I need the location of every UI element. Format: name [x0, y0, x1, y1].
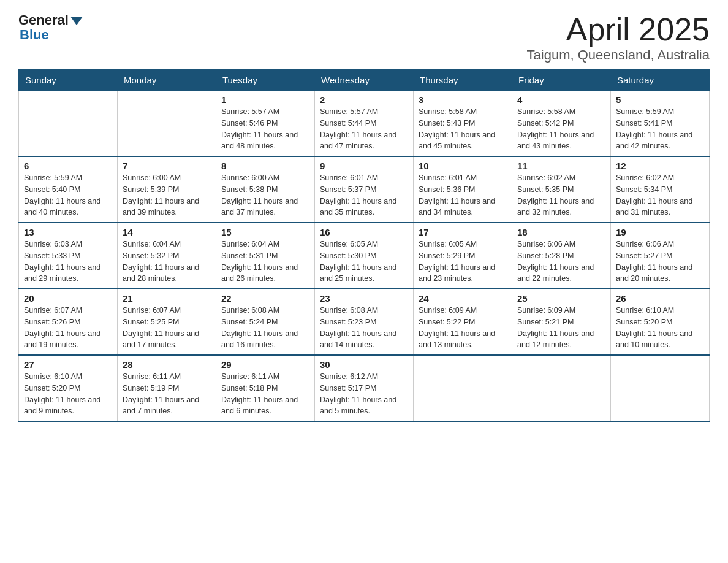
page-subtitle: Taigum, Queensland, Australia [527, 47, 710, 63]
calendar-week-row: 20Sunrise: 6:07 AMSunset: 5:26 PMDayligh… [19, 289, 710, 355]
day-info: Sunrise: 6:09 AMSunset: 5:21 PMDaylight:… [517, 305, 605, 351]
page-title: April 2025 [527, 12, 710, 47]
table-row: 21Sunrise: 6:07 AMSunset: 5:25 PMDayligh… [118, 289, 216, 355]
day-number: 11 [517, 161, 605, 171]
day-number: 10 [419, 161, 507, 171]
day-number: 15 [221, 227, 309, 237]
day-info: Sunrise: 6:03 AMSunset: 5:33 PMDaylight:… [24, 239, 112, 285]
col-friday: Friday [512, 70, 611, 91]
day-number: 30 [320, 359, 408, 370]
day-info: Sunrise: 6:01 AMSunset: 5:37 PMDaylight:… [320, 172, 408, 218]
day-info: Sunrise: 6:02 AMSunset: 5:34 PMDaylight:… [616, 172, 704, 218]
col-saturday: Saturday [611, 70, 710, 91]
day-info: Sunrise: 6:08 AMSunset: 5:24 PMDaylight:… [221, 305, 309, 351]
day-number: 14 [123, 227, 211, 237]
table-row: 25Sunrise: 6:09 AMSunset: 5:21 PMDayligh… [512, 289, 611, 355]
day-info: Sunrise: 6:07 AMSunset: 5:26 PMDaylight:… [24, 305, 112, 351]
day-number: 21 [123, 293, 211, 304]
day-info: Sunrise: 5:57 AMSunset: 5:46 PMDaylight:… [221, 106, 309, 152]
table-row: 13Sunrise: 6:03 AMSunset: 5:33 PMDayligh… [19, 223, 118, 289]
table-row: 22Sunrise: 6:08 AMSunset: 5:24 PMDayligh… [216, 289, 315, 355]
logo: General Blue [18, 12, 83, 43]
day-info: Sunrise: 5:58 AMSunset: 5:42 PMDaylight:… [517, 106, 605, 152]
day-info: Sunrise: 6:10 AMSunset: 5:20 PMDaylight:… [24, 371, 112, 417]
table-row: 30Sunrise: 6:12 AMSunset: 5:17 PMDayligh… [315, 355, 414, 421]
calendar-week-row: 1Sunrise: 5:57 AMSunset: 5:46 PMDaylight… [19, 91, 710, 157]
table-row: 28Sunrise: 6:11 AMSunset: 5:19 PMDayligh… [118, 355, 216, 421]
day-info: Sunrise: 5:57 AMSunset: 5:44 PMDaylight:… [320, 106, 408, 152]
table-row: 27Sunrise: 6:10 AMSunset: 5:20 PMDayligh… [19, 355, 118, 421]
calendar-header-row: Sunday Monday Tuesday Wednesday Thursday… [19, 70, 710, 91]
col-thursday: Thursday [414, 70, 512, 91]
day-number: 28 [123, 359, 211, 370]
table-row: 16Sunrise: 6:05 AMSunset: 5:30 PMDayligh… [315, 223, 414, 289]
day-number: 9 [320, 161, 408, 171]
day-number: 5 [616, 94, 704, 105]
day-number: 27 [24, 359, 112, 370]
day-info: Sunrise: 6:02 AMSunset: 5:35 PMDaylight:… [517, 172, 605, 218]
day-number: 29 [221, 359, 309, 370]
table-row: 2Sunrise: 5:57 AMSunset: 5:44 PMDaylight… [315, 91, 414, 157]
col-tuesday: Tuesday [216, 70, 315, 91]
day-info: Sunrise: 6:12 AMSunset: 5:17 PMDaylight:… [320, 371, 408, 417]
title-block: April 2025 Taigum, Queensland, Australia [527, 12, 710, 63]
day-number: 4 [517, 94, 605, 105]
day-number: 6 [24, 161, 112, 171]
table-row: 3Sunrise: 5:58 AMSunset: 5:43 PMDaylight… [414, 91, 512, 157]
day-info: Sunrise: 6:11 AMSunset: 5:19 PMDaylight:… [123, 371, 211, 417]
day-number: 26 [616, 293, 704, 304]
table-row [118, 91, 216, 157]
day-info: Sunrise: 5:59 AMSunset: 5:41 PMDaylight:… [616, 106, 704, 152]
day-info: Sunrise: 6:04 AMSunset: 5:31 PMDaylight:… [221, 239, 309, 285]
day-number: 19 [616, 227, 704, 237]
table-row: 10Sunrise: 6:01 AMSunset: 5:36 PMDayligh… [414, 156, 512, 223]
day-info: Sunrise: 6:11 AMSunset: 5:18 PMDaylight:… [221, 371, 309, 417]
day-number: 23 [320, 293, 408, 304]
table-row: 24Sunrise: 6:09 AMSunset: 5:22 PMDayligh… [414, 289, 512, 355]
day-info: Sunrise: 6:01 AMSunset: 5:36 PMDaylight:… [419, 172, 507, 218]
table-row: 18Sunrise: 6:06 AMSunset: 5:28 PMDayligh… [512, 223, 611, 289]
table-row: 9Sunrise: 6:01 AMSunset: 5:37 PMDaylight… [315, 156, 414, 223]
day-number: 17 [419, 227, 507, 237]
table-row [611, 355, 710, 421]
table-row: 4Sunrise: 5:58 AMSunset: 5:42 PMDaylight… [512, 91, 611, 157]
table-row: 7Sunrise: 6:00 AMSunset: 5:39 PMDaylight… [118, 156, 216, 223]
calendar-table: Sunday Monday Tuesday Wednesday Thursday… [18, 69, 710, 422]
calendar-week-row: 13Sunrise: 6:03 AMSunset: 5:33 PMDayligh… [19, 223, 710, 289]
col-monday: Monday [118, 70, 216, 91]
day-number: 12 [616, 161, 704, 171]
day-info: Sunrise: 6:10 AMSunset: 5:20 PMDaylight:… [616, 305, 704, 351]
day-number: 16 [320, 227, 408, 237]
table-row: 11Sunrise: 6:02 AMSunset: 5:35 PMDayligh… [512, 156, 611, 223]
day-info: Sunrise: 6:00 AMSunset: 5:38 PMDaylight:… [221, 172, 309, 218]
table-row [414, 355, 512, 421]
day-info: Sunrise: 5:58 AMSunset: 5:43 PMDaylight:… [419, 106, 507, 152]
table-row: 17Sunrise: 6:05 AMSunset: 5:29 PMDayligh… [414, 223, 512, 289]
logo-arrow-icon [70, 17, 83, 25]
logo-blue-text: Blue [20, 27, 49, 43]
day-number: 1 [221, 94, 309, 105]
day-info: Sunrise: 5:59 AMSunset: 5:40 PMDaylight:… [24, 172, 112, 218]
day-number: 18 [517, 227, 605, 237]
table-row: 8Sunrise: 6:00 AMSunset: 5:38 PMDaylight… [216, 156, 315, 223]
table-row: 12Sunrise: 6:02 AMSunset: 5:34 PMDayligh… [611, 156, 710, 223]
day-number: 24 [419, 293, 507, 304]
col-wednesday: Wednesday [315, 70, 414, 91]
logo-general-text: General [18, 12, 69, 28]
table-row: 1Sunrise: 5:57 AMSunset: 5:46 PMDaylight… [216, 91, 315, 157]
calendar-week-row: 27Sunrise: 6:10 AMSunset: 5:20 PMDayligh… [19, 355, 710, 421]
table-row: 29Sunrise: 6:11 AMSunset: 5:18 PMDayligh… [216, 355, 315, 421]
calendar-week-row: 6Sunrise: 5:59 AMSunset: 5:40 PMDaylight… [19, 156, 710, 223]
table-row: 14Sunrise: 6:04 AMSunset: 5:32 PMDayligh… [118, 223, 216, 289]
day-number: 2 [320, 94, 408, 105]
day-number: 8 [221, 161, 309, 171]
day-info: Sunrise: 6:07 AMSunset: 5:25 PMDaylight:… [123, 305, 211, 351]
table-row [19, 91, 118, 157]
day-info: Sunrise: 6:06 AMSunset: 5:28 PMDaylight:… [517, 239, 605, 285]
day-info: Sunrise: 6:09 AMSunset: 5:22 PMDaylight:… [419, 305, 507, 351]
day-info: Sunrise: 6:00 AMSunset: 5:39 PMDaylight:… [123, 172, 211, 218]
day-number: 13 [24, 227, 112, 237]
table-row [512, 355, 611, 421]
table-row: 20Sunrise: 6:07 AMSunset: 5:26 PMDayligh… [19, 289, 118, 355]
day-number: 20 [24, 293, 112, 304]
